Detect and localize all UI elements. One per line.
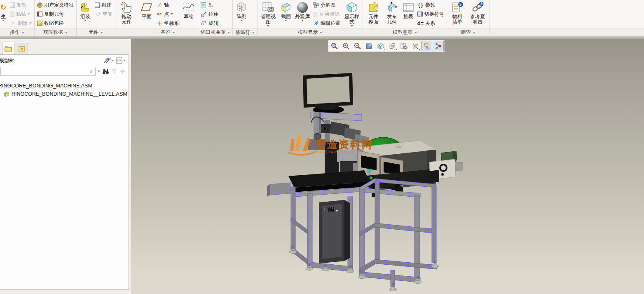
copy-geometry-button[interactable]: 复制几何: [36, 9, 75, 19]
display-style-toolbar-button[interactable]: [375, 41, 386, 51]
chevron-down-icon: [252, 32, 255, 33]
group-label-model-intent[interactable]: 模型意图: [363, 28, 447, 36]
ribbon-group-model-intent: 元件界面 发布几何 族表 { }参数 切换符号 d=关系 模型意图: [363, 0, 447, 36]
repeat-button[interactable]: ↺重复: [94, 9, 114, 19]
group-label-investigate[interactable]: 调查: [447, 28, 489, 36]
group-label-get-data[interactable]: 获取数据: [35, 28, 76, 36]
toggle-status-button[interactable]: 切换状况: [311, 9, 342, 19]
reference-viewer-button[interactable]: i 参考查看器: [467, 0, 488, 25]
create-button[interactable]: 创建: [94, 0, 114, 9]
3d-viewport[interactable]: AB x: [131, 39, 644, 294]
chevron-down-icon: [111, 60, 114, 61]
left-side-box[interactable]: [267, 183, 290, 197]
group-label-datum[interactable]: 基准: [138, 28, 198, 36]
csys-button[interactable]: 坐标系: [155, 19, 180, 28]
sketch-button[interactable]: 草绘: [181, 0, 197, 20]
paste-button[interactable]: 粘贴: [9, 9, 33, 19]
saved-orientations-button[interactable]: AB: [386, 41, 398, 51]
panel-title: 模型树: [0, 57, 14, 64]
explode-view-button[interactable]: 分解图: [311, 0, 342, 9]
zoom-out-button[interactable]: [352, 41, 363, 51]
parameters-icon: { }: [417, 2, 424, 8]
section-button[interactable]: 截面: [279, 0, 293, 22]
family-table-icon: [403, 0, 414, 14]
family-table-button[interactable]: 族表: [401, 0, 415, 20]
toggle-symbols-button[interactable]: 切换符号: [416, 9, 445, 19]
monitor[interactable]: [303, 73, 353, 114]
chevron-down-icon: [267, 25, 269, 27]
find-binoculars-icon[interactable]: [102, 68, 109, 75]
point-button[interactable]: ××点: [155, 9, 180, 19]
clear-search-icon[interactable]: ×: [87, 68, 95, 75]
control-cabinet[interactable]: [319, 200, 350, 263]
udf-button[interactable]: 用户定义特征: [36, 0, 75, 9]
component-interface-button[interactable]: 元件界面: [364, 0, 382, 25]
bom-button[interactable]: i 物料清单: [448, 0, 466, 25]
repaint-icon: [365, 42, 373, 50]
display-style-button[interactable]: 显示样式: [342, 0, 361, 27]
datum-display-icon: x: [412, 42, 419, 50]
view-manager-button[interactable]: [398, 41, 409, 51]
navigator-column: ✳ 模型树: [0, 39, 131, 294]
publish-geometry-button[interactable]: 发布几何: [383, 0, 400, 25]
repaint-button[interactable]: [363, 41, 375, 51]
relations-button[interactable]: d=关系: [416, 19, 445, 28]
plane-button[interactable]: 平面: [139, 0, 154, 20]
group-label-model-display[interactable]: 模型显示: [258, 28, 363, 36]
annotation-display-button[interactable]: [421, 41, 432, 51]
tree-row-root[interactable]: RINGCORE_BONDING_MACHINE.ASM: [0, 82, 129, 90]
assemble-button[interactable]: 组装: [78, 0, 93, 22]
frame-right[interactable]: [359, 179, 437, 287]
folder-icon: [5, 45, 12, 52]
annotation-display-icon: [423, 42, 431, 50]
svg-text:x: x: [417, 44, 418, 46]
chevron-down-icon[interactable]: [98, 71, 100, 72]
add-icon: [119, 68, 125, 74]
toggle-status-icon: [313, 12, 318, 16]
parameters-button[interactable]: { }参数: [416, 0, 445, 9]
axis-button[interactable]: 轴: [155, 0, 180, 9]
spin-center-button[interactable]: [433, 41, 444, 51]
tab-folder-browser[interactable]: ✳: [16, 43, 28, 54]
section-icon: [280, 0, 292, 14]
chevron-down-icon: [384, 49, 385, 50]
navigator-tabs: ✳: [0, 39, 131, 54]
extrude-icon: [201, 11, 207, 17]
datum-display-button[interactable]: x: [410, 41, 421, 51]
assemble-icon: [79, 0, 91, 14]
copy-button[interactable]: 复制: [9, 0, 33, 9]
edit-position-button[interactable]: 编辑位置: [311, 19, 342, 28]
display-style-icon: [346, 0, 358, 14]
tab-model-tree[interactable]: [2, 42, 14, 54]
drag-component-button[interactable]: 拖动元件: [117, 0, 136, 25]
ribbon-group-cut-surface: 孔 拉伸 旋转 切口和曲面: [198, 0, 233, 36]
reference-viewer-icon: i: [471, 0, 484, 14]
group-label-cut-surface[interactable]: 切口和曲面: [198, 28, 232, 36]
hole-button[interactable]: 孔: [199, 0, 220, 9]
revolve-button[interactable]: 旋转: [199, 19, 220, 28]
folder-star-icon: ✳: [18, 46, 26, 52]
saved-orientations-icon: AB: [389, 42, 396, 50]
regenerate-icon: ↻: [0, 4, 7, 10]
tree-row-level-asm[interactable]: RINGCORE_BONDING_MACHINE__LEVEL.ASM: [0, 90, 129, 98]
tree-settings-button[interactable]: [103, 57, 114, 64]
csys-icon: [156, 20, 162, 26]
extrude-button[interactable]: 拉伸: [199, 9, 220, 19]
shrinkwrap-button[interactable]: 收缩包络: [36, 19, 75, 28]
pattern-button[interactable]: 阵列: [234, 0, 249, 22]
zoom-in-button[interactable]: [340, 41, 351, 51]
group-label-modifiers[interactable]: 修饰符: [233, 28, 257, 36]
tree-filters-button[interactable]: [116, 57, 126, 64]
chevron-down-icon: [419, 49, 420, 50]
delete-button[interactable]: ✕删除: [9, 19, 33, 28]
appearance-gallery-button[interactable]: 外观库: [294, 0, 311, 22]
search-input[interactable]: [1, 68, 87, 74]
group-label-operations[interactable]: 操作: [0, 28, 34, 36]
toggle-symbols-icon: [417, 12, 423, 16]
zoom-window-button[interactable]: [329, 41, 340, 51]
ribbon: ↻ 生 复制 粘贴 ✕删除 操作 用户定义特征 复制几何 收缩包络 获取: [0, 0, 644, 36]
chevron-down-icon: [22, 32, 24, 33]
regenerate-button[interactable]: ↻ 生: [0, 0, 8, 22]
manage-views-button[interactable]: 管理视图: [259, 0, 278, 27]
group-label-component[interactable]: 元件: [77, 28, 115, 36]
